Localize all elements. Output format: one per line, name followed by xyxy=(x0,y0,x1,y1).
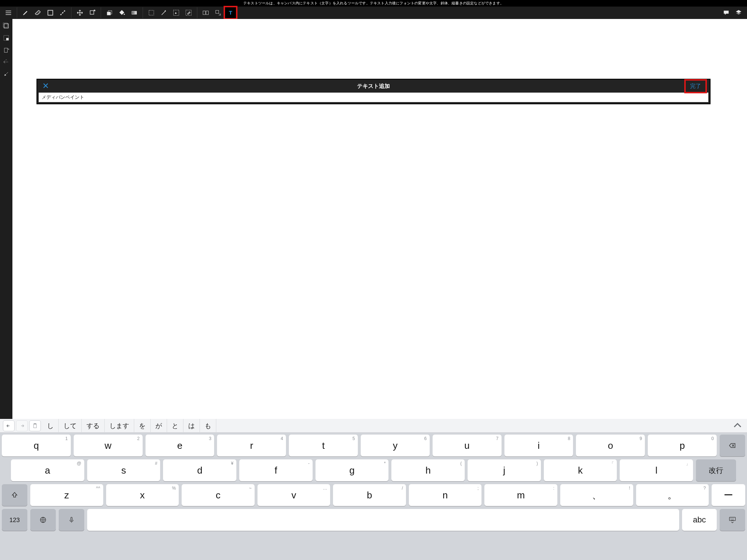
bucket-tool-icon[interactable] xyxy=(116,7,128,19)
rotate-icon[interactable] xyxy=(1,44,12,55)
fullscreen-icon[interactable] xyxy=(1,20,12,31)
select-pen-icon[interactable] xyxy=(170,7,182,19)
svg-rect-20 xyxy=(4,48,7,52)
close-icon[interactable]: ✕ xyxy=(42,81,49,91)
svg-rect-4 xyxy=(90,11,94,14)
menu-icon[interactable] xyxy=(2,7,15,19)
left-sidebar xyxy=(0,19,12,347)
move-tool-icon[interactable] xyxy=(74,7,86,19)
select-erase-icon[interactable] xyxy=(182,7,195,19)
top-toolbar: T xyxy=(0,7,463,19)
shape-tool-icon[interactable] xyxy=(44,7,57,19)
brush-quick-icon[interactable] xyxy=(1,69,12,79)
svg-rect-9 xyxy=(149,10,154,15)
guide-icon[interactable] xyxy=(1,57,12,67)
dot-tool-icon[interactable] xyxy=(57,7,69,19)
svg-rect-16 xyxy=(4,24,8,28)
svg-text:T: T xyxy=(229,9,232,16)
svg-rect-5 xyxy=(107,12,111,15)
svg-point-7 xyxy=(124,14,125,15)
svg-rect-0 xyxy=(48,10,53,15)
divide-tool-icon[interactable] xyxy=(200,7,212,19)
canvas[interactable] xyxy=(12,19,463,347)
text-tool-icon[interactable]: T xyxy=(224,7,237,19)
transform-tool-icon[interactable] xyxy=(86,7,98,19)
svg-rect-8 xyxy=(132,11,136,14)
svg-rect-19 xyxy=(6,38,9,40)
select-rect-icon[interactable] xyxy=(145,7,158,19)
eraser-tool-icon[interactable] xyxy=(32,7,44,19)
svg-rect-13 xyxy=(206,11,209,15)
svg-rect-14 xyxy=(216,10,218,13)
gradient-tool-icon[interactable] xyxy=(128,7,140,19)
brush-tool-icon[interactable] xyxy=(19,7,32,19)
instruction-strip: テキストツールは、キャンバス内にテキスト（文字）を入れるツールです。テキスト入力… xyxy=(0,0,463,7)
svg-rect-12 xyxy=(203,11,206,15)
text-input[interactable] xyxy=(39,93,463,102)
dialog-title: テキスト追加 xyxy=(357,83,390,90)
select-all-icon[interactable] xyxy=(1,32,12,43)
magic-wand-icon[interactable] xyxy=(158,7,170,19)
text-add-dialog: ✕ テキスト追加 完了 xyxy=(36,79,463,104)
operation-tool-icon[interactable] xyxy=(212,7,224,19)
svg-rect-17 xyxy=(3,23,8,27)
fill-tool-icon[interactable] xyxy=(103,7,116,19)
